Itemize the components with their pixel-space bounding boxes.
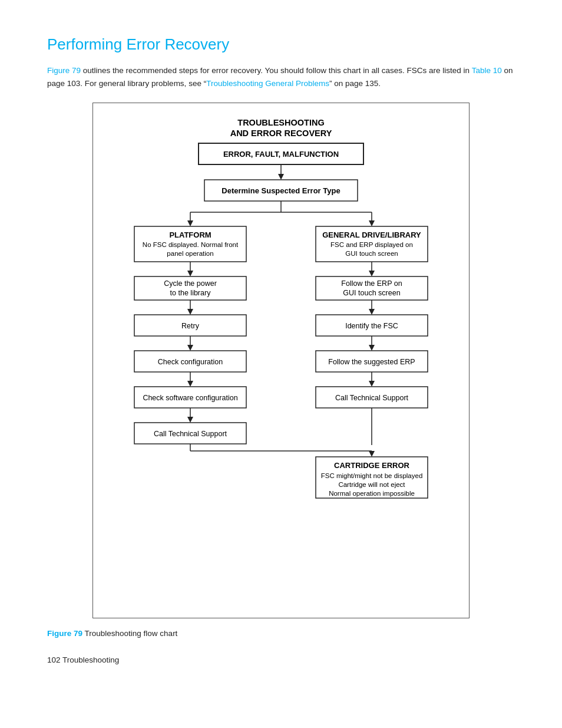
platform-sub2: panel operation	[167, 250, 213, 257]
flowchart-container: TROUBLESHOOTING AND ERROR RECOVERY ERROR…	[92, 103, 470, 618]
intro-text1: outlines the recommended steps for error…	[81, 66, 472, 75]
retry-label: Retry	[181, 322, 200, 330]
table10-link[interactable]: Table 10	[472, 66, 502, 75]
identify-fsc-label: Identify the FSC	[345, 322, 398, 330]
arrow1-tip	[278, 174, 284, 180]
chart-title-line1: TROUBLESHOOTING	[237, 118, 324, 127]
platform-sub1: No FSC displayed. Normal front	[143, 241, 239, 248]
general-drive-sub2: GUI touch screen	[345, 250, 398, 257]
figure-caption: Figure 79 Troubleshooting flow chart	[47, 629, 515, 638]
left-arrow3-tip	[187, 309, 193, 315]
flowchart-svg: TROUBLESHOOTING AND ERROR RECOVERY ERROR…	[99, 109, 463, 610]
follow-erp-line2: GUI touch screen	[343, 289, 400, 297]
cartridge-error-line3: Normal operation impossible	[329, 490, 415, 497]
right-arrow-tip	[369, 220, 375, 226]
check-sw-config-label: Check software configuration	[143, 394, 237, 402]
page-title: Performing Error Recovery	[47, 35, 515, 54]
check-config-label: Check configuration	[158, 358, 223, 366]
left-arrow5-tip	[187, 381, 193, 387]
intro-text3: ” on page 135.	[329, 79, 381, 88]
follow-erp-line1: Follow the ERP on	[341, 279, 402, 288]
troubleshooting-link[interactable]: Troubleshooting General Problems	[206, 79, 329, 88]
call-tech-support-left-label: Call Technical Support	[154, 430, 227, 438]
cartridge-error-line1: FSC might/might not be displayed	[321, 472, 423, 479]
left-arrow-tip	[187, 220, 193, 226]
determine-label: Determine Suspected Error Type	[222, 186, 340, 195]
right-arrow5-tip	[369, 381, 375, 387]
right-arrow4-tip	[369, 345, 375, 351]
cycle-power-line1: Cycle the power	[164, 279, 217, 288]
figure-caption-text: Troubleshooting flow chart	[82, 629, 177, 638]
error-fault-label: ERROR, FAULT, MALFUNCTION	[223, 150, 339, 159]
cycle-power-line2: to the library	[170, 289, 211, 297]
figure-label: Figure 79	[47, 629, 82, 638]
general-drive-title: GENERAL DRIVE/LIBRARY	[322, 230, 421, 239]
call-tech-support-right-label: Call Technical Support	[335, 394, 409, 402]
platform-title: PLATFORM	[169, 230, 211, 239]
left-arrow4-tip	[187, 345, 193, 351]
page-footer: 102 Troubleshooting	[47, 655, 515, 664]
chart-title-line2: AND ERROR RECOVERY	[230, 129, 332, 138]
right-arrow3-tip	[369, 309, 375, 315]
cartridge-error-title: CARTRIDGE ERROR	[334, 461, 409, 470]
left-arrow6-tip	[187, 417, 193, 423]
figure79-link[interactable]: Figure 79	[47, 66, 81, 75]
intro-paragraph: Figure 79 outlines the recommended steps…	[47, 64, 515, 90]
follow-suggested-erp-label: Follow the suggested ERP	[328, 358, 415, 366]
right-arrow2-tip	[369, 271, 375, 276]
general-drive-sub1: FSC and ERP displayed on	[330, 241, 413, 248]
merge-arrow-tip	[369, 451, 375, 457]
cartridge-error-line2: Cartridge will not eject	[338, 481, 405, 488]
left-arrow2-tip	[187, 271, 193, 276]
